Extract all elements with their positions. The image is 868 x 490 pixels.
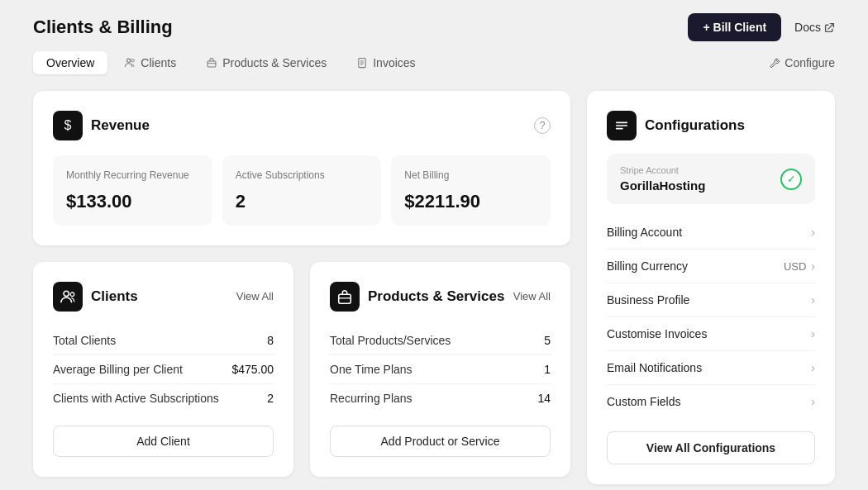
one-time-value: 1	[544, 363, 551, 376]
invoice-icon	[356, 57, 368, 69]
stat-one-time: One Time Plans 1	[330, 355, 551, 384]
revenue-card: $ Revenue ? Monthly Recurring Revenue $1…	[33, 91, 570, 245]
svg-point-0	[127, 59, 131, 62]
box-icon	[206, 57, 217, 69]
metric-net-billing: Net Billing $2211.90	[391, 155, 551, 226]
configurations-icon	[607, 111, 637, 140]
customise-invoices-label: Customise Invoices	[607, 327, 707, 340]
billing-currency-label: Billing Currency	[607, 259, 688, 273]
tab-overview[interactable]: Overview	[33, 51, 107, 74]
wrench-icon	[769, 57, 780, 69]
tab-clients[interactable]: Clients	[111, 51, 189, 74]
configurations-title: Configurations	[645, 117, 745, 134]
svg-rect-2	[207, 61, 216, 67]
overview-label: Overview	[46, 56, 94, 69]
mrr-label: Monthly Recurring Revenue	[66, 169, 199, 183]
add-product-button[interactable]: Add Product or Service	[330, 426, 551, 457]
invoices-tab-label: Invoices	[373, 56, 415, 69]
clients-title: Clients	[91, 288, 138, 305]
revenue-icon: $	[53, 111, 83, 140]
subscriptions-value: 2	[236, 191, 369, 212]
products-card: Products & Services View All Total Produ…	[310, 262, 570, 477]
billing-account-chevron: ›	[811, 226, 815, 239]
recurring-label: Recurring Plans	[330, 392, 413, 405]
active-subscriptions-value: 2	[267, 392, 274, 405]
revenue-title: Revenue	[91, 117, 150, 134]
revenue-metrics: Monthly Recurring Revenue $133.00 Active…	[53, 155, 551, 226]
active-subscriptions-label: Clients with Active Subscriptions	[53, 392, 219, 405]
config-row-email-notifications[interactable]: Email Notifications ›	[607, 351, 815, 385]
docs-link[interactable]: Docs	[794, 21, 835, 34]
users-icon	[124, 57, 136, 69]
stat-total-products: Total Products/Services 5	[330, 326, 551, 355]
total-products-value: 5	[544, 334, 551, 347]
stat-active-subscriptions: Clients with Active Subscriptions 2	[53, 384, 274, 412]
stripe-check-icon: ✓	[780, 169, 802, 190]
clients-icon	[53, 282, 83, 312]
net-billing-value: $2211.90	[404, 191, 537, 212]
clients-tab-label: Clients	[141, 56, 176, 69]
configurations-card: Configurations Stripe Account GorillaHos…	[587, 91, 835, 484]
page-title: Clients & Billing	[33, 17, 173, 38]
products-tab-label: Products & Services	[222, 56, 327, 69]
clients-stats: Total Clients 8 Average Billing per Clie…	[53, 326, 274, 412]
one-time-label: One Time Plans	[330, 363, 413, 376]
config-row-customise-invoices[interactable]: Customise Invoices ›	[607, 317, 815, 351]
products-icon	[330, 282, 360, 312]
mrr-value: $133.00	[66, 191, 199, 212]
billing-account-label: Billing Account	[607, 226, 682, 239]
clients-view-all[interactable]: View All	[236, 290, 274, 302]
stripe-account-box: Stripe Account GorillaHosting ✓	[607, 154, 815, 204]
stat-total-clients: Total Clients 8	[53, 326, 274, 355]
add-client-button[interactable]: Add Client	[53, 426, 274, 457]
products-title: Products & Services	[368, 288, 504, 305]
billing-currency-chevron: ›	[811, 259, 815, 273]
clients-card: Clients View All Total Clients 8 Average…	[33, 262, 293, 477]
email-notifications-label: Email Notifications	[607, 361, 702, 374]
view-all-configurations-button[interactable]: View All Configurations	[607, 431, 815, 464]
business-profile-label: Business Profile	[607, 293, 689, 307]
config-row-billing-account[interactable]: Billing Account ›	[607, 216, 815, 250]
custom-fields-label: Custom Fields	[607, 395, 680, 408]
config-row-billing-currency[interactable]: Billing Currency USD ›	[607, 250, 815, 283]
tab-invoices[interactable]: Invoices	[343, 51, 428, 74]
total-clients-value: 8	[267, 334, 274, 347]
svg-point-8	[64, 291, 69, 296]
stat-avg-billing: Average Billing per Client $475.00	[53, 355, 274, 384]
top-bar: Clients & Billing + Bill Client Docs	[0, 0, 868, 51]
stripe-name: GorillaHosting	[620, 178, 705, 193]
business-profile-chevron: ›	[811, 293, 815, 307]
external-link-icon	[824, 22, 835, 33]
help-icon[interactable]: ?	[534, 117, 551, 134]
metric-subscriptions: Active Subscriptions 2	[222, 155, 382, 226]
products-stats: Total Products/Services 5 One Time Plans…	[330, 326, 551, 412]
config-rows: Billing Account › Billing Currency USD ›…	[607, 216, 815, 418]
net-billing-label: Net Billing	[404, 169, 537, 183]
docs-label: Docs	[794, 21, 821, 34]
config-row-business-profile[interactable]: Business Profile ›	[607, 283, 815, 317]
stat-recurring: Recurring Plans 14	[330, 384, 551, 412]
email-notifications-chevron: ›	[811, 361, 815, 374]
custom-fields-chevron: ›	[811, 395, 815, 408]
avg-billing-label: Average Billing per Client	[53, 363, 183, 376]
svg-point-1	[131, 59, 135, 62]
svg-point-9	[70, 293, 74, 297]
total-clients-label: Total Clients	[53, 334, 116, 347]
products-view-all[interactable]: View All	[513, 290, 551, 302]
metric-mrr: Monthly Recurring Revenue $133.00	[53, 155, 212, 226]
subscriptions-label: Active Subscriptions	[236, 169, 369, 183]
total-products-label: Total Products/Services	[330, 334, 451, 347]
configure-label: Configure	[785, 56, 835, 69]
bill-client-button[interactable]: + Bill Client	[688, 13, 781, 41]
stripe-label: Stripe Account	[620, 165, 705, 175]
svg-rect-10	[339, 294, 351, 303]
tab-products[interactable]: Products & Services	[193, 51, 340, 74]
avg-billing-value: $475.00	[231, 363, 274, 376]
configure-link[interactable]: Configure	[769, 56, 835, 69]
customise-invoices-chevron: ›	[811, 327, 815, 340]
recurring-value: 14	[537, 392, 551, 405]
billing-currency-value: USD	[784, 260, 806, 273]
config-row-custom-fields[interactable]: Custom Fields ›	[607, 385, 815, 418]
nav-bar: Overview Clients Products & Services Inv…	[0, 51, 868, 74]
